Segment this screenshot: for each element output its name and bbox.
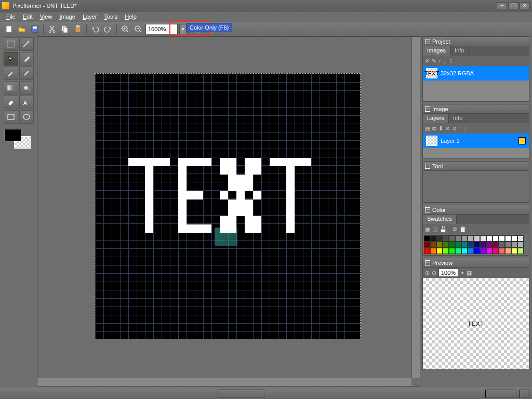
swatch[interactable] (505, 242, 511, 248)
tool-rectangle[interactable] (4, 110, 18, 124)
menu-view[interactable]: View (37, 12, 56, 21)
swatch[interactable] (436, 248, 443, 254)
swatch[interactable] (443, 248, 449, 254)
image-item[interactable]: TEXT 32x32 RGBA (423, 66, 529, 81)
up-icon[interactable]: ↑ (459, 125, 462, 131)
tab-swatches[interactable]: Swatches (423, 215, 457, 224)
save-swatch-icon[interactable]: 💾 (440, 226, 447, 233)
swatch[interactable] (468, 248, 474, 254)
swatch[interactable] (493, 235, 499, 242)
visibility-icon[interactable] (518, 137, 526, 144)
panel-toggle-icon[interactable]: − (425, 39, 430, 44)
tab-info[interactable]: Info (450, 46, 469, 56)
export-icon[interactable]: ⇪ (448, 58, 453, 64)
tab-images[interactable]: Images (423, 46, 450, 56)
swatch[interactable] (474, 248, 480, 254)
swatch[interactable] (474, 235, 480, 242)
panel-toggle-icon[interactable]: − (425, 107, 430, 112)
swatch[interactable] (468, 235, 474, 242)
tool-text[interactable]: A (19, 96, 34, 109)
swatch[interactable] (430, 242, 436, 248)
tool-fill[interactable] (19, 81, 34, 95)
swatch[interactable] (436, 235, 443, 242)
swatch[interactable] (430, 235, 436, 242)
menu-edit[interactable]: Edit (20, 12, 36, 21)
paste-button[interactable] (72, 23, 84, 35)
tool-move[interactable] (4, 52, 18, 65)
swatch[interactable] (468, 242, 474, 248)
tool-select-rect[interactable] (4, 37, 18, 51)
panel-toggle-icon[interactable]: − (425, 260, 430, 265)
pixel-canvas[interactable] (95, 73, 361, 339)
menu-tools[interactable]: Tools (101, 12, 121, 21)
open-button[interactable] (16, 23, 28, 35)
preview-zoom[interactable]: 100% (438, 269, 458, 277)
swatch[interactable] (443, 235, 449, 242)
swatch[interactable] (430, 248, 436, 254)
swatch[interactable] (480, 248, 486, 254)
cut-button[interactable] (46, 23, 58, 35)
swatch[interactable] (486, 242, 493, 248)
swatch[interactable] (505, 248, 511, 254)
duplicate-icon[interactable]: ⧉ (432, 125, 436, 132)
swatch[interactable] (449, 242, 455, 248)
swatch[interactable] (511, 242, 517, 248)
color-wells[interactable] (5, 129, 31, 150)
swatch[interactable] (461, 248, 468, 254)
swatch[interactable] (486, 248, 493, 254)
tool-brush[interactable] (19, 66, 34, 80)
close-button[interactable]: ✕ (520, 2, 530, 9)
swatch[interactable] (493, 248, 499, 254)
swatch[interactable] (499, 248, 505, 254)
menu-layer[interactable]: Layer (79, 12, 100, 21)
swatch[interactable] (455, 235, 461, 242)
resize-grip[interactable] (520, 390, 530, 398)
add-icon[interactable]: ✕ (425, 58, 430, 64)
maximize-button[interactable]: ☐ (508, 2, 518, 9)
tool-icon[interactable]: ✎ (432, 58, 436, 64)
zoom-combo[interactable]: 1600% (145, 24, 178, 34)
swatch[interactable] (443, 242, 449, 248)
swatch[interactable] (511, 235, 517, 242)
paste-icon[interactable]: 📋 (459, 226, 467, 233)
down-icon[interactable]: ↓ (444, 58, 447, 64)
save-button[interactable] (29, 23, 41, 35)
menu-help[interactable]: Help (122, 12, 140, 21)
zoom-in-button[interactable] (119, 23, 131, 35)
swatch[interactable] (455, 248, 461, 254)
swatch[interactable] (424, 242, 430, 248)
swatch[interactable] (436, 242, 443, 248)
tool-eyedropper[interactable] (19, 52, 34, 65)
minimize-button[interactable]: ─ (497, 2, 507, 9)
swatch[interactable] (517, 248, 524, 254)
swatch[interactable] (499, 235, 505, 242)
up-icon[interactable]: ↑ (438, 58, 442, 64)
panel-toggle-icon[interactable]: − (425, 164, 430, 169)
new-layer-icon[interactable]: ▤ (425, 125, 430, 132)
swatch[interactable] (505, 235, 511, 242)
zoom-out-icon[interactable]: ⊖ (432, 270, 436, 276)
horizontal-scrollbar[interactable] (37, 378, 411, 386)
swatch[interactable] (493, 242, 499, 248)
swatch[interactable] (480, 235, 486, 242)
panel-toggle-icon[interactable]: − (425, 207, 430, 212)
vertical-scrollbar[interactable] (411, 37, 420, 378)
delete-icon[interactable]: ✕ (445, 125, 450, 132)
swatch[interactable] (461, 235, 468, 242)
swatch[interactable] (424, 235, 430, 242)
swatch[interactable] (511, 248, 517, 254)
tool-gradient[interactable] (4, 81, 18, 95)
add-swatch-icon[interactable]: ◫ (432, 226, 437, 233)
tab-layers[interactable]: Layers (423, 114, 449, 123)
swatch[interactable] (480, 242, 486, 248)
swatch[interactable] (449, 248, 455, 254)
swatch[interactable] (499, 242, 505, 248)
tool-pencil[interactable] (4, 66, 18, 80)
copy-icon[interactable]: ⧉ (453, 226, 457, 233)
tool-eraser[interactable] (4, 96, 18, 109)
down-icon[interactable]: ↓ (464, 125, 467, 131)
undo-button[interactable] (89, 23, 101, 35)
zoom-dropdown-arrow[interactable]: ▼ (179, 24, 187, 34)
zoom-in-icon[interactable]: ⊕ (425, 270, 430, 276)
swatch[interactable] (455, 242, 461, 248)
